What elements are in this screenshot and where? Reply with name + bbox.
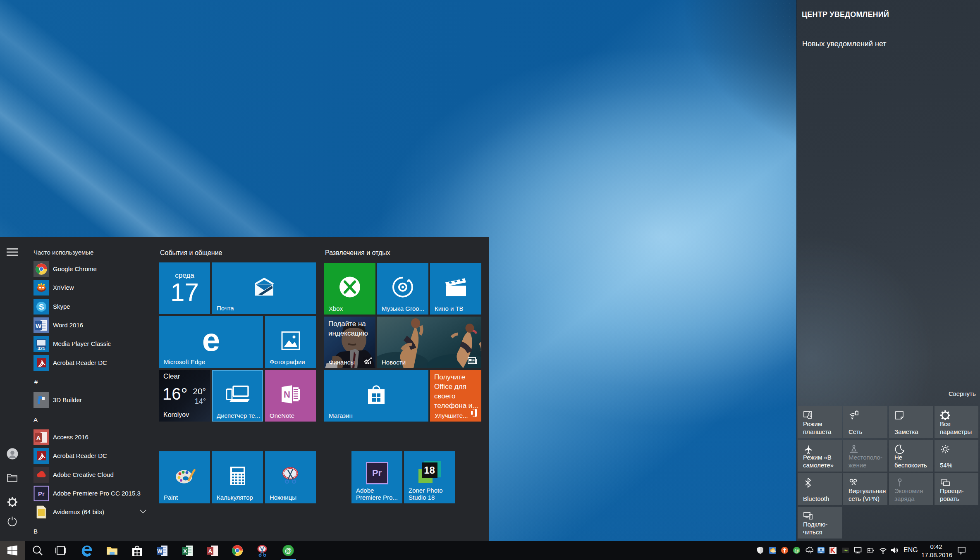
svg-text:A: A	[208, 548, 213, 554]
svg-text:W: W	[36, 322, 42, 329]
svg-text:321: 321	[38, 346, 45, 351]
svg-text:A: A	[36, 434, 41, 441]
svg-text:N: N	[284, 389, 290, 400]
svg-text:Pr: Pr	[38, 490, 45, 497]
svg-text:X: X	[183, 548, 187, 554]
svg-text:W: W	[157, 548, 163, 554]
svg-text:@: @	[794, 548, 799, 553]
svg-text:@: @	[285, 547, 292, 555]
svg-text:S: S	[39, 303, 44, 311]
